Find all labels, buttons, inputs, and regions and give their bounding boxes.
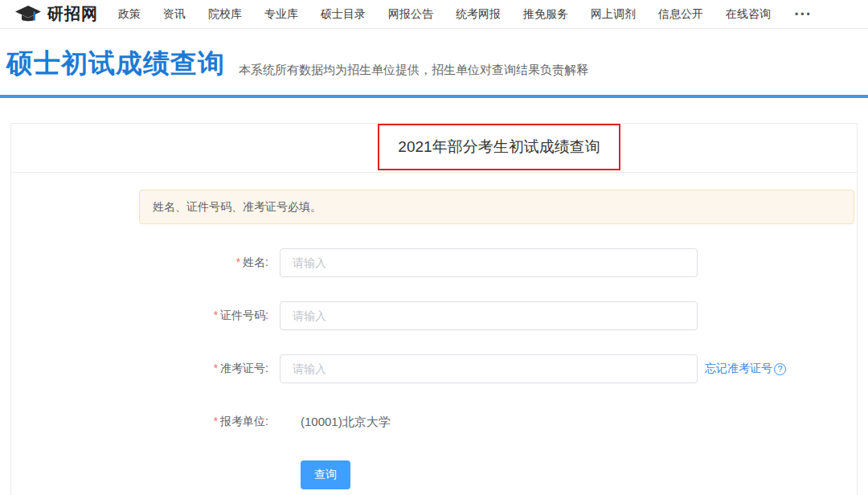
nav-item-news[interactable]: 资讯 xyxy=(163,7,186,22)
site-logo[interactable]: 研招网 xyxy=(14,3,98,25)
question-circle-icon: ? xyxy=(774,363,786,375)
nav-menu: 政策 资讯 院校库 专业库 硕士目录 网报公告 统考网报 推免服务 网上调剂 信… xyxy=(118,7,813,22)
name-label: *姓名: xyxy=(11,256,280,270)
required-asterisk: * xyxy=(214,309,218,321)
required-asterisk: * xyxy=(214,415,218,428)
blue-divider xyxy=(0,95,868,98)
id-number-input[interactable] xyxy=(280,301,698,330)
query-card: 2021年部分考生初试成绩查询 姓名、证件号码、准考证号必填。 *姓名: *证件… xyxy=(10,123,858,495)
nav-item-policy[interactable]: 政策 xyxy=(118,7,141,22)
nav-more-ellipsis[interactable]: ••• xyxy=(795,9,813,20)
nav-item-online-consult[interactable]: 在线咨询 xyxy=(726,7,771,22)
forgot-ticket-link[interactable]: 忘记准考证号 ? xyxy=(705,362,786,376)
query-button[interactable]: 查询 xyxy=(301,460,350,489)
institution-label: *报考单位: xyxy=(11,415,280,429)
page-header: 硕士初试成绩查询 本系统所有数据均为招生单位提供，招生单位对查询结果负责解释 xyxy=(0,30,868,95)
institution-value: (10001)北京大学 xyxy=(301,415,391,430)
nav-item-info-disclosure[interactable]: 信息公开 xyxy=(658,7,703,22)
score-query-form: *姓名: *证件号码: *准考证号: 忘记准考证号 ? *报考单位: (1 xyxy=(11,248,857,489)
form-row-submit: 查询 xyxy=(301,460,857,489)
nav-item-exemption-service[interactable]: 推免服务 xyxy=(523,7,568,22)
name-input[interactable] xyxy=(280,248,698,277)
graduation-cap-icon xyxy=(14,4,42,25)
nav-item-unified-exam[interactable]: 统考网报 xyxy=(456,7,501,22)
nav-item-major-database[interactable]: 专业库 xyxy=(264,7,298,22)
required-asterisk: * xyxy=(236,256,240,268)
page-subtitle: 本系统所有数据均为招生单位提供，招生单位对查询结果负责解释 xyxy=(239,63,588,78)
nav-item-masters-catalog[interactable]: 硕士目录 xyxy=(321,7,366,22)
id-number-label: *证件号码: xyxy=(11,309,280,323)
nav-item-college-database[interactable]: 院校库 xyxy=(208,7,242,22)
page-title: 硕士初试成绩查询 xyxy=(6,46,225,82)
form-row-admission-ticket: *准考证号: 忘记准考证号 ? xyxy=(11,354,857,383)
nav-item-online-adjustment[interactable]: 网上调剂 xyxy=(591,7,636,22)
notice-text: 姓名、证件号码、准考证号必填。 xyxy=(153,200,321,215)
form-row-id-number: *证件号码: xyxy=(11,301,857,330)
form-row-institution: *报考单位: (10001)北京大学 xyxy=(11,407,857,436)
card-title: 2021年部分考生初试成绩查询 xyxy=(398,137,600,158)
admission-ticket-label: *准考证号: xyxy=(11,362,280,376)
red-annotation-box: 2021年部分考生初试成绩查询 xyxy=(378,124,620,170)
form-row-name: *姓名: xyxy=(11,248,857,277)
top-nav: 研招网 政策 资讯 院校库 专业库 硕士目录 网报公告 统考网报 推免服务 网上… xyxy=(0,0,868,29)
logo-text: 研招网 xyxy=(47,3,98,25)
nav-item-report-notice[interactable]: 网报公告 xyxy=(388,7,433,22)
required-asterisk: * xyxy=(214,362,218,374)
card-header: 2021年部分考生初试成绩查询 xyxy=(11,124,857,173)
admission-ticket-input[interactable] xyxy=(280,354,698,383)
notice-banner: 姓名、证件号码、准考证号必填。 xyxy=(139,190,854,224)
